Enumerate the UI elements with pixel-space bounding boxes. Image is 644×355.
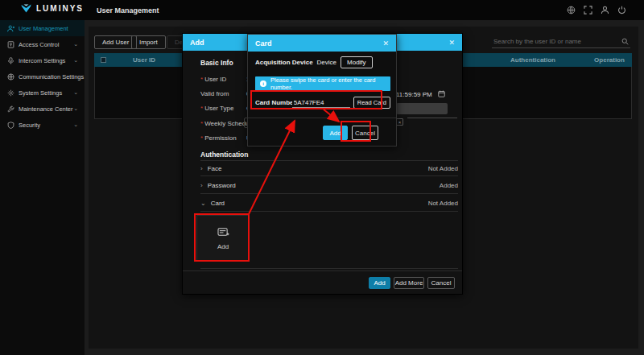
user-icon[interactable] [600,5,609,14]
modify-button[interactable]: Modify [341,56,373,68]
add-dialog-footer: Add Add More Cancel [183,270,462,294]
valid-to-group: 11:59:59 PM [396,90,445,99]
acquisition-device-label: Acquisition Device [255,59,313,66]
required-asterisk: * [200,105,203,112]
communication-icon [7,73,14,80]
wrench-icon [7,105,14,113]
fullscreen-icon[interactable] [583,5,592,14]
auth-row-label: Card [211,200,225,207]
card-add-icon [217,227,229,239]
card-number-input[interactable] [292,98,350,108]
close-icon[interactable]: ✕ [448,39,455,47]
chevron-right-icon: › [200,165,203,172]
chevron-down-icon: ⌄ [73,105,78,112]
sidebar-item-label: Intercom Settings [19,57,65,64]
add-card-tile[interactable]: Add [196,215,250,262]
chevron-right-icon: › [200,182,203,189]
sidebar-item-maintenance-center[interactable]: Maintenance Center ⌄ [0,101,85,117]
auth-row-card[interactable]: ⌄Card Not Added [200,196,458,212]
sidebar-item-label: System Settings [19,89,62,97]
add-dialog-cancel-button[interactable]: Cancel [427,277,455,289]
tag-remove-icon[interactable]: × [396,118,403,126]
sidebar-item-label: User Management [19,25,68,32]
globe-icon[interactable] [566,5,576,14]
valid-from-label: Valid from [200,90,229,97]
status-badge: Not Added [428,200,458,207]
app-screen: LUMINYS User Management [0,0,644,355]
column-authentication: Authentication [501,56,565,64]
card-number-row: Card Numbe... Read Card [255,96,390,109]
sidebar-item-label: Communication Settings [19,73,84,80]
valid-to-value[interactable]: 11:59:59 PM [396,91,432,98]
banner-text: Please swipe the card or enter the card … [270,76,386,91]
chevron-down-icon: ⌄ [73,122,78,128]
required-asterisk: * [200,120,203,127]
sidebar-item-label: Access Control [19,41,59,48]
user-management-icon [7,25,14,32]
card-dialog-footer: Add Cancel [248,118,396,146]
sidebar-item-label: Maintenance Center [19,105,73,113]
page-title: User Management [97,6,159,14]
swipe-card-banner: i Please swipe the card or enter the car… [255,76,390,91]
select-all-checkbox[interactable] [101,57,106,63]
authentication-label: Authentication [200,151,249,159]
sidebar-item-label: Security [19,122,40,129]
auth-row-password[interactable]: ›Password Added [200,178,458,194]
add-more-button[interactable]: Add More [394,277,424,289]
acquisition-device-row: Acquisition Device Device Modify [255,56,373,68]
shield-icon [7,122,14,129]
card-dialog-cancel-button[interactable]: Cancel [352,126,378,140]
card-dialog-header: Card ✕ [248,35,396,52]
add-card-tile-label: Add [217,243,229,250]
auth-row-label: Face [208,165,222,172]
search-input[interactable] [493,38,614,45]
auth-row-face[interactable]: ›Face Not Added [200,160,458,176]
info-icon: i [260,80,266,87]
power-icon[interactable] [617,5,626,14]
device-value: Device [317,59,336,66]
sidebar-item-security[interactable]: Security ⌄ [0,117,85,133]
add-dialog-add-button[interactable]: Add [369,277,390,289]
required-asterisk: * [200,134,203,142]
sidebar-item-intercom-settings[interactable]: Intercom Settings ⌄ [0,52,85,68]
status-badge: Added [440,182,458,189]
sidebar-item-user-management[interactable]: User Management [0,20,85,36]
access-control-icon [7,41,14,48]
permission-label: *Permission [200,134,237,142]
column-user-id: User ID [112,56,176,64]
sidebar-item-access-control[interactable]: Access Control ⌄ [0,36,85,52]
chevron-down-icon: ⌄ [73,41,78,47]
gear-icon [7,89,14,97]
weekly-schedule-underline [407,118,457,118]
sidebar-item-system-settings[interactable]: System Settings ⌄ [0,85,85,101]
brand-logo: LUMINYS [21,4,84,13]
chevron-down-icon: ⌄ [200,200,206,207]
read-card-button[interactable]: Read Card [353,97,390,109]
search-icon[interactable] [621,34,629,48]
card-number-label: Card Numbe... [255,99,292,106]
add-dialog-title: Add [190,39,204,47]
intercom-icon [7,57,14,64]
card-dialog-add-button[interactable]: Add [323,126,348,140]
required-asterisk: * [200,76,203,83]
card-dialog: Card ✕ Acquisition Device Device Modify … [247,34,397,147]
user-type-label: *User Type [200,105,233,112]
chevron-down-icon: ⌄ [73,89,78,96]
close-icon[interactable]: ✕ [382,39,389,47]
calendar-icon[interactable] [438,90,445,99]
column-operation: Operation [585,56,634,64]
sidebar-item-communication-settings[interactable]: Communication Settings [0,68,85,85]
search-box [492,35,630,48]
user-type-select[interactable] [396,103,448,114]
user-id-label: *User ID [200,76,226,83]
sidebar: User Management Access Control ⌄ Interco… [0,20,85,355]
top-bar: LUMINYS User Management [0,0,644,20]
status-badge: Not Added [428,165,458,172]
auth-row-label: Password [208,182,236,189]
basic-info-label: Basic Info [200,59,233,67]
chevron-down-icon: ⌄ [73,57,78,64]
brand-logo-icon [21,4,31,13]
brand-name: LUMINYS [36,4,84,13]
import-button[interactable]: Import [131,35,166,49]
card-dialog-title: Card [255,39,272,47]
